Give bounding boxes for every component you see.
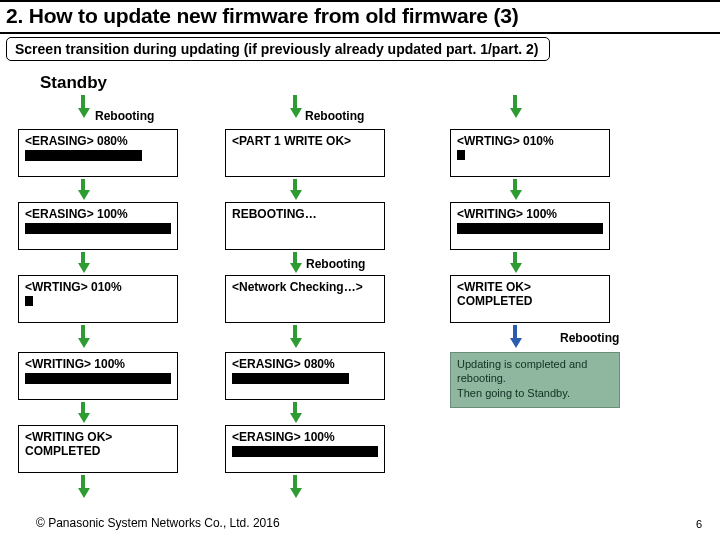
- screen-writing-100: <WRITING> 100%: [18, 352, 178, 400]
- screen-erasing-100: <ERASING> 100%: [18, 202, 178, 250]
- progress-bar: [25, 373, 171, 384]
- screen-text-line2: COMPLETED: [457, 294, 603, 308]
- arrow-down-icon: [78, 475, 88, 498]
- rebooting-caption: Rebooting: [95, 109, 154, 123]
- screen-text-line2: COMPLETED: [25, 444, 171, 458]
- screen-text: <ERASING> 080%: [25, 134, 171, 148]
- arrow-down-icon: [290, 179, 300, 200]
- screen-text: <PART 1 WRITE OK>: [232, 134, 378, 148]
- screen-network-checking: <Network Checking…>: [225, 275, 385, 323]
- screen-write-ok: <WRITE OK> COMPLETED: [450, 275, 610, 323]
- progress-tick: [25, 296, 33, 306]
- screen-erasing-80-b: <ERASING> 080%: [225, 352, 385, 400]
- screen-text-line1: <WRITING OK>: [25, 430, 171, 444]
- arrow-down-icon: [78, 402, 88, 423]
- screen-erasing-100-b: <ERASING> 100%: [225, 425, 385, 473]
- diagram-stage: Standby Rebooting <ERASING> 080% <ERASIN…: [0, 67, 720, 527]
- screen-text: <WRITING> 100%: [25, 357, 171, 371]
- progress-bar: [232, 446, 378, 457]
- arrow-down-icon: [78, 325, 88, 348]
- screen-text: REBOOTING…: [232, 207, 378, 221]
- screen-text: <WRITING> 100%: [457, 207, 603, 221]
- arrow-down-icon: [290, 475, 300, 498]
- arrow-down-icon: [78, 95, 88, 118]
- screen-text: <WRTING> 010%: [25, 280, 171, 294]
- screen-text: <ERASING> 080%: [232, 357, 378, 371]
- progress-tick: [457, 150, 465, 160]
- screen-text: <ERASING> 100%: [25, 207, 171, 221]
- rebooting-caption: Rebooting: [560, 331, 619, 345]
- page-title: 2. How to update new firmware from old f…: [6, 4, 519, 27]
- arrow-down-icon: [510, 179, 520, 200]
- screen-writing-100-b: <WRITING> 100%: [450, 202, 610, 250]
- result-note: Updating is completed and rebooting. The…: [450, 352, 620, 408]
- screen-text: <Network Checking…>: [232, 280, 378, 294]
- arrow-down-icon: [290, 95, 300, 118]
- result-line1: Updating is completed and rebooting.: [457, 357, 613, 386]
- screen-erasing-80: <ERASING> 080%: [18, 129, 178, 177]
- arrow-down-icon: [510, 95, 520, 118]
- rebooting-caption: Rebooting: [305, 109, 364, 123]
- result-line2: Then going to Standby.: [457, 386, 613, 400]
- arrow-down-icon: [290, 402, 300, 423]
- screen-text: <WRTING> 010%: [457, 134, 603, 148]
- screen-writing-ok: <WRITING OK> COMPLETED: [18, 425, 178, 473]
- subtitle-row: Screen transition during updating (if pr…: [0, 34, 720, 67]
- screen-writing-10-b: <WRTING> 010%: [450, 129, 610, 177]
- rebooting-caption: Rebooting: [306, 257, 365, 271]
- arrow-down-icon: [290, 252, 300, 273]
- subtitle-pill: Screen transition during updating (if pr…: [6, 37, 550, 61]
- screen-part1-write-ok: <PART 1 WRITE OK>: [225, 129, 385, 177]
- screen-rebooting: REBOOTING…: [225, 202, 385, 250]
- arrow-down-icon: [78, 252, 88, 273]
- progress-bar: [457, 223, 603, 234]
- title-bar: 2. How to update new firmware from old f…: [0, 0, 720, 34]
- standby-label: Standby: [40, 73, 107, 93]
- progress-bar: [25, 223, 171, 234]
- progress-bar: [232, 373, 378, 384]
- arrow-down-icon: [510, 325, 520, 348]
- arrow-down-icon: [290, 325, 300, 348]
- arrow-down-icon: [510, 252, 520, 273]
- copyright: © Panasonic System Networks Co., Ltd. 20…: [36, 516, 280, 530]
- screen-text: <ERASING> 100%: [232, 430, 378, 444]
- page-number: 6: [696, 518, 702, 530]
- screen-writing-10: <WRTING> 010%: [18, 275, 178, 323]
- screen-text-line1: <WRITE OK>: [457, 280, 603, 294]
- progress-bar: [25, 150, 171, 161]
- arrow-down-icon: [78, 179, 88, 200]
